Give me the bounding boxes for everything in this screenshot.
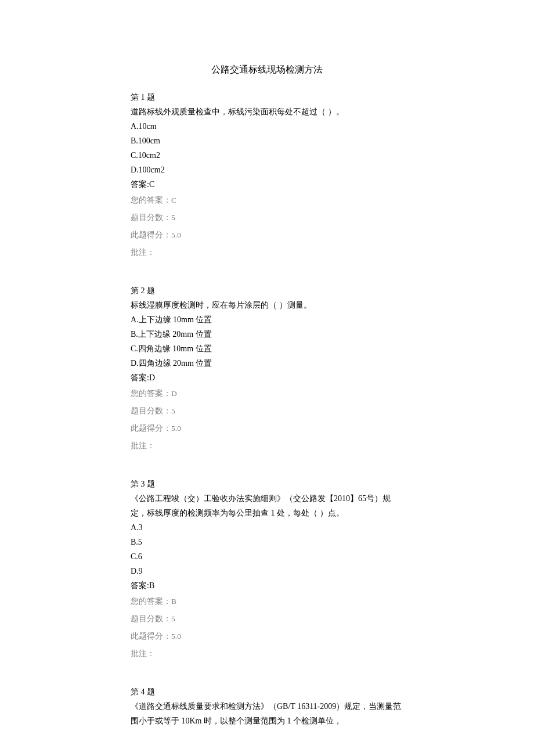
item-score: 题目分数：5: [131, 610, 403, 628]
question-2: 第 2 题 标线湿膜厚度检测时，应在每片涂层的（ ）测量。 A.上下边缘 10m…: [131, 283, 403, 455]
got-score: 此题得分：5.0: [131, 226, 403, 244]
page-title: 公路交通标线现场检测方法: [131, 64, 403, 76]
your-answer: 您的答案：C: [131, 192, 403, 209]
option-b: B.上下边缘 20mm 位置: [131, 327, 403, 341]
your-answer: 您的答案：B: [131, 593, 403, 610]
question-stem: 道路标线外观质量检查中，标线污染面积每处不超过（ ）。: [131, 105, 403, 119]
option-c: C.10cm2: [131, 148, 403, 163]
option-c: C.6: [131, 549, 403, 564]
item-score: 题目分数：5: [131, 402, 403, 420]
option-b: B.100cm: [131, 134, 403, 148]
got-score: 此题得分：5.0: [131, 628, 403, 645]
option-a: A.10cm: [131, 119, 403, 134]
option-d: D.四角边缘 20mm 位置: [131, 356, 403, 370]
comment-label: 批注：: [131, 645, 403, 663]
comment-label: 批注：: [131, 244, 403, 261]
option-a: A.3: [131, 520, 403, 535]
option-b: B.5: [131, 535, 403, 549]
item-score: 题目分数：5: [131, 209, 403, 226]
question-stem: 《道路交通标线质量要求和检测方法》（GB/T 16311-2009）规定，当测量…: [131, 699, 403, 728]
option-c: C.四角边缘 10mm 位置: [131, 341, 403, 356]
got-score: 此题得分：5.0: [131, 420, 403, 437]
your-answer: 您的答案：D: [131, 385, 403, 402]
answer-label: 答案:D: [131, 370, 403, 385]
question-4: 第 4 题 《道路交通标线质量要求和检测方法》（GB/T 16311-2009）…: [131, 685, 403, 728]
question-header: 第 2 题: [131, 283, 403, 298]
question-header: 第 4 题: [131, 685, 403, 699]
answer-label: 答案:C: [131, 177, 403, 192]
option-a: A.上下边缘 10mm 位置: [131, 312, 403, 327]
comment-label: 批注：: [131, 437, 403, 455]
option-d: D.9: [131, 564, 403, 578]
question-stem: 《公路工程竣（交）工验收办法实施细则》（交公路发【2010】65号）规定，标线厚…: [131, 491, 403, 520]
question-stem: 标线湿膜厚度检测时，应在每片涂层的（ ）测量。: [131, 298, 403, 312]
option-d: D.100cm2: [131, 163, 403, 177]
question-3: 第 3 题 《公路工程竣（交）工验收办法实施细则》（交公路发【2010】65号）…: [131, 477, 403, 663]
question-header: 第 3 题: [131, 477, 403, 491]
answer-label: 答案:B: [131, 578, 403, 593]
question-header: 第 1 题: [131, 90, 403, 105]
question-1: 第 1 题 道路标线外观质量检查中，标线污染面积每处不超过（ ）。 A.10cm…: [131, 90, 403, 261]
